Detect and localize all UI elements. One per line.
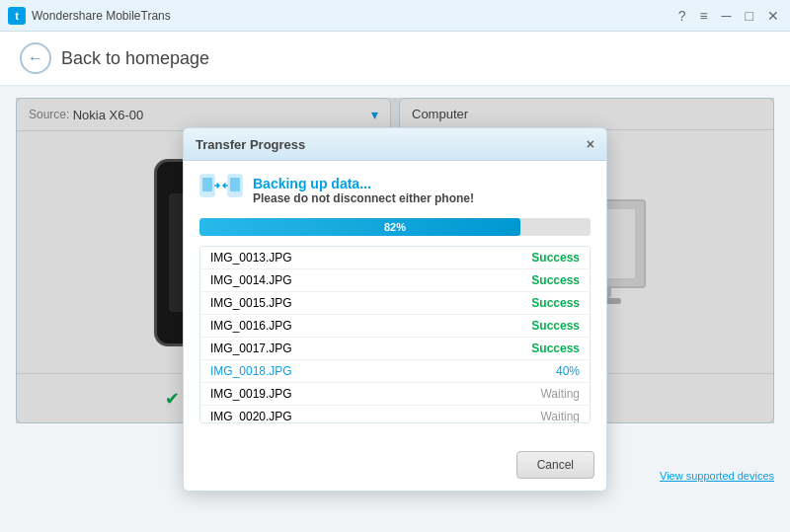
app-logo: t bbox=[8, 7, 26, 25]
modal-overlay: Transfer Progress × bbox=[16, 98, 774, 423]
file-name: IMG_0019.JPG bbox=[210, 387, 292, 401]
progress-label: 82% bbox=[199, 218, 591, 236]
file-name: IMG_0013.JPG bbox=[210, 251, 292, 265]
cancel-button[interactable]: Cancel bbox=[516, 451, 594, 479]
file-name: IMG_0016.JPG bbox=[210, 319, 292, 333]
help-button[interactable]: ? bbox=[675, 8, 689, 24]
backing-up-label: Backing up data... bbox=[253, 176, 474, 191]
file-status: Success bbox=[531, 319, 580, 333]
modal-footer: Cancel bbox=[184, 445, 606, 491]
file-status: Success bbox=[531, 342, 580, 355]
transfer-progress-modal: Transfer Progress × bbox=[183, 127, 607, 492]
file-list-item: IMG_0014.JPGSuccess bbox=[200, 269, 590, 292]
file-name: IMG_0017.JPG bbox=[210, 342, 292, 355]
back-arrow-icon: ← bbox=[20, 42, 51, 74]
menu-button[interactable]: ≡ bbox=[696, 8, 710, 24]
file-list-item: IMG_0018.JPG40% bbox=[200, 360, 590, 383]
file-status: Waiting bbox=[540, 387, 580, 401]
app-title: Wondershare MobileTrans bbox=[32, 9, 171, 23]
file-status: Success bbox=[531, 273, 580, 287]
titlebar: t Wondershare MobileTrans ? ≡ ─ □ ✕ bbox=[0, 0, 790, 32]
titlebar-controls: ? ≡ ─ □ ✕ bbox=[675, 8, 782, 24]
close-button[interactable]: ✕ bbox=[764, 8, 782, 24]
modal-status: Backing up data... Please do not disconn… bbox=[199, 173, 591, 208]
view-supported-devices-link[interactable]: View supported devices bbox=[660, 468, 774, 483]
file-name: IMG_0014.JPG bbox=[210, 273, 292, 287]
maximize-button[interactable]: □ bbox=[743, 8, 756, 24]
file-list-item: IMG_0013.JPGSuccess bbox=[200, 247, 590, 269]
file-status: 40% bbox=[556, 364, 580, 378]
modal-title: Transfer Progress bbox=[196, 137, 305, 152]
svg-rect-3 bbox=[230, 178, 240, 191]
file-list-item: IMG_0016.JPGSuccess bbox=[200, 315, 590, 338]
back-label: Back to homepage bbox=[61, 48, 209, 69]
file-list-item: IMG_0020.JPGWaiting bbox=[200, 406, 590, 423]
do-not-disconnect-label: Please do not disconnect either phone! bbox=[253, 191, 474, 205]
file-name: IMG_0020.JPG bbox=[210, 410, 292, 423]
header: ← Back to homepage bbox=[0, 32, 790, 86]
svg-rect-1 bbox=[202, 178, 212, 191]
file-name: IMG_0018.JPG bbox=[210, 364, 292, 378]
file-list: IMG_0013.JPGSuccessIMG_0014.JPGSuccessIM… bbox=[199, 246, 591, 423]
main-content: Source: Nokia X6-00 ▾ symbi bbox=[0, 86, 790, 532]
file-list-item: IMG_0015.JPGSuccess bbox=[200, 292, 590, 315]
progress-bar-container: 82% bbox=[199, 218, 591, 236]
file-status: Success bbox=[531, 296, 580, 310]
modal-close-button[interactable]: × bbox=[587, 136, 594, 152]
transfer-icon bbox=[199, 173, 243, 208]
modal-titlebar: Transfer Progress × bbox=[184, 128, 606, 161]
file-status: Success bbox=[531, 251, 580, 265]
file-name: IMG_0015.JPG bbox=[210, 296, 292, 310]
modal-body: Backing up data... Please do not disconn… bbox=[184, 161, 606, 445]
file-status: Waiting bbox=[540, 410, 580, 423]
modal-status-text: Backing up data... Please do not disconn… bbox=[253, 176, 474, 205]
titlebar-left: t Wondershare MobileTrans bbox=[8, 7, 171, 25]
file-list-item: IMG_0017.JPGSuccess bbox=[200, 338, 590, 360]
minimize-button[interactable]: ─ bbox=[719, 8, 735, 24]
file-list-item: IMG_0019.JPGWaiting bbox=[200, 383, 590, 406]
back-to-homepage-button[interactable]: ← Back to homepage bbox=[20, 42, 209, 74]
